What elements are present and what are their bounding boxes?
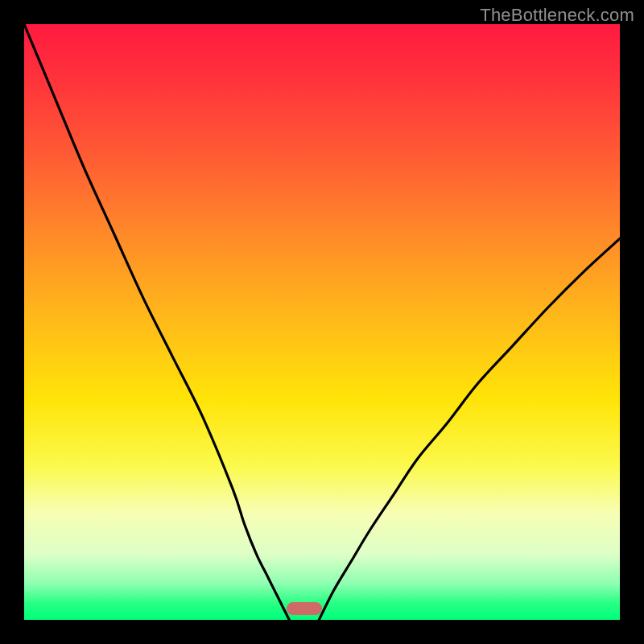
chart-frame: TheBottleneck.com	[0, 0, 644, 644]
watermark-text: TheBottleneck.com	[480, 5, 634, 26]
plot-area	[24, 24, 620, 620]
right-bottleneck-curve	[319, 238, 620, 620]
left-bottleneck-curve	[24, 24, 289, 620]
optimal-range-marker	[287, 602, 322, 615]
curve-layer	[24, 24, 620, 620]
